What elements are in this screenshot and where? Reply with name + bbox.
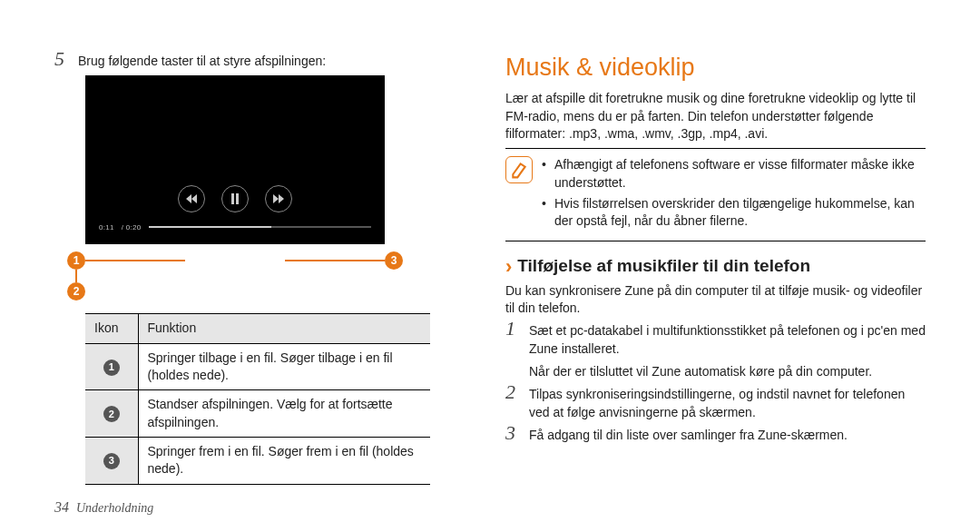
video-player: 0:11 / 0:20	[85, 75, 385, 244]
page-footer: 34 Underholdning	[54, 499, 153, 516]
marker-3: 3	[385, 251, 403, 270]
step-number: 1	[505, 319, 520, 339]
table-row: 1 Springer tilbage i en fil. Søger tilba…	[85, 343, 430, 390]
skip-forward-icon	[273, 194, 284, 203]
step-text: Tilpas synkroniseringsindstillingerne, o…	[529, 386, 926, 421]
step-text: Få adgang til din liste over samlinger f…	[529, 427, 926, 444]
step-text: Sæt et pc-datakabel i multifunktionsstik…	[529, 322, 926, 358]
step-number: 5	[54, 49, 69, 69]
row-num: 1	[103, 360, 120, 376]
col-ikon: Ikon	[85, 314, 138, 343]
section-label: Underholdning	[76, 501, 153, 516]
step-text: Brug følgende taster til at styre afspil…	[78, 53, 475, 70]
intro-text: Lær at afspille dit foretrukne musik og …	[505, 90, 926, 143]
progress-bar[interactable]: 0:11 / 0:20	[99, 222, 371, 232]
step-extra: Når der er tilsluttet vil Zune automatis…	[529, 363, 926, 380]
page-number: 34	[54, 499, 69, 516]
chevron-right-icon: ›	[505, 257, 512, 277]
sub-intro: Du kan synkronisere Zune på din computer…	[505, 282, 926, 318]
time-current: 0:11	[99, 222, 114, 232]
note-block: Afhængigt af telefonens software er viss…	[505, 148, 926, 241]
svg-rect-1	[236, 193, 239, 204]
page-title: Musik & videoklip	[505, 51, 926, 84]
marker-1: 1	[67, 251, 85, 270]
row-num: 3	[103, 453, 120, 469]
player-controls	[86, 185, 384, 212]
function-table: Ikon Funktion 1 Springer tilbage i en fi…	[85, 313, 430, 484]
row-text: Springer tilbage i en fil. Søger tilbage…	[138, 343, 430, 390]
table-row: 3 Springer frem i en fil. Søger frem i e…	[85, 437, 430, 484]
row-text: Springer frem i en fil. Søger frem i en …	[138, 437, 430, 484]
step-5: 5 Brug følgende taster til at styre afsp…	[54, 53, 475, 70]
seek-bar[interactable]	[149, 226, 371, 228]
prev-button[interactable]	[178, 185, 205, 212]
row-text: Standser afspilningen. Vælg for at forts…	[138, 390, 430, 438]
svg-rect-0	[231, 193, 234, 204]
step-number: 3	[505, 423, 520, 443]
callout-markers: 1 2 3	[85, 244, 385, 308]
step-1: 1 Sæt et pc-datakabel i multifunktionsst…	[505, 322, 926, 380]
row-num: 2	[103, 406, 120, 422]
pause-icon	[230, 193, 240, 204]
table-row: 2 Standser afspilningen. Vælg for at for…	[85, 390, 430, 438]
time-total: / 0:20	[122, 222, 142, 232]
subheading: › Tilføjelse af musikfiler til din telef…	[505, 254, 926, 278]
pause-button[interactable]	[221, 185, 249, 212]
note-item: Hvis filstørrelsen overskrider den tilgæ…	[542, 195, 926, 231]
next-button[interactable]	[265, 185, 292, 212]
note-list: Afhængigt af telefonens software er viss…	[542, 156, 926, 233]
note-item: Afhængigt af telefonens software er viss…	[542, 156, 926, 192]
note-icon	[505, 156, 533, 183]
step-number: 2	[505, 382, 520, 402]
skip-back-icon	[186, 194, 197, 203]
step-3: 3 Få adgang til din liste over samlinger…	[505, 427, 926, 444]
marker-2: 2	[67, 282, 85, 300]
col-funktion: Funktion	[138, 314, 430, 343]
step-2: 2 Tilpas synkroniseringsindstillingerne,…	[505, 386, 926, 421]
subheading-text: Tilføjelse af musikfiler til din telefon	[517, 254, 810, 278]
